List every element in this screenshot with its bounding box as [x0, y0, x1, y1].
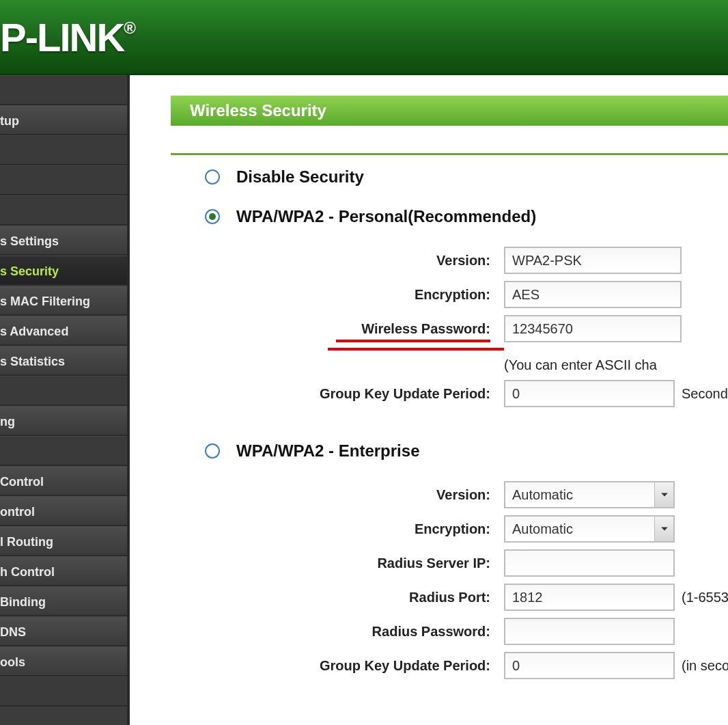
input-gku-enterprise[interactable]: [504, 652, 675, 679]
sidebar-item-label: s Settings: [0, 234, 59, 248]
input-gku-personal[interactable]: [504, 380, 675, 407]
main-content: Wireless Security Disable Security WPA/W…: [130, 75, 728, 725]
sidebar-item[interactable]: s Settings: [0, 225, 127, 256]
label-version: Version:: [202, 253, 504, 269]
sidebar-item[interactable]: s MAC Filtering: [0, 286, 127, 316]
radio-wpa-enterprise[interactable]: [205, 443, 220, 459]
radio-wpa-personal[interactable]: [205, 209, 220, 224]
enterprise-form: Version: Encryption: Radius Server IP: R…: [202, 481, 728, 679]
section-title-disable: Disable Security: [236, 167, 364, 187]
page-title: Wireless Security: [171, 96, 728, 126]
input-radius-server[interactable]: [504, 549, 675, 577]
sidebar-item[interactable]: DNS: [0, 616, 127, 646]
sidebar-item[interactable]: ools: [0, 646, 127, 676]
label-gku-enterprise: Group Key Update Period:: [202, 658, 504, 674]
sidebar-item-label: s Security: [0, 264, 59, 278]
brand-logo: P-LINK®: [0, 14, 135, 60]
sidebar-spacer: [0, 676, 127, 707]
sidebar-spacer: [0, 135, 127, 165]
sidebar-item-label: l Routing: [0, 535, 53, 549]
sidebar-spacer: [0, 376, 127, 406]
label-wireless-password: Wireless Password:: [202, 321, 504, 337]
sidebar-item-label: Binding: [0, 595, 46, 609]
sidebar-item[interactable]: l Routing: [0, 526, 127, 556]
app-header: P-LINK®: [0, 0, 728, 75]
personal-form: Version: Encryption: Wireless Password: …: [202, 247, 728, 407]
input-radius-port[interactable]: [504, 584, 675, 611]
sidebar-item-label: ools: [0, 655, 25, 669]
sidebar-spacer: [0, 436, 127, 466]
section-title-personal: WPA/WPA2 - Personal(Recommended): [236, 207, 536, 226]
section-divider: [171, 153, 728, 155]
label-encryption: Encryption:: [202, 287, 504, 303]
select-ent-version[interactable]: [504, 481, 675, 508]
label-radius-port: Radius Port:: [202, 590, 504, 605]
input-version[interactable]: [504, 247, 682, 274]
sidebar-item-label: ng: [0, 415, 15, 428]
label-ent-version: Version:: [202, 487, 504, 503]
sidebar-item[interactable]: s Advanced: [0, 316, 127, 346]
hint-gku-personal: Seconds: [682, 386, 728, 402]
sidebar-spacer: [0, 195, 127, 225]
sidebar-item-label: s Statistics: [0, 355, 65, 368]
input-wireless-password[interactable]: [504, 315, 682, 342]
label-radius-server: Radius Server IP:: [202, 556, 504, 571]
sidebar-item-label: ontrol: [0, 505, 35, 519]
sidebar-item[interactable]: ontrol: [0, 496, 127, 526]
label-gku-personal: Group Key Update Period:: [202, 386, 504, 402]
sidebar-item-selected[interactable]: s Security: [0, 256, 127, 286]
hint-password: (You can enter ASCII cha: [504, 357, 657, 373]
sidebar-item-label: Control: [0, 475, 44, 489]
hint-gku-enterprise: (in secon: [682, 658, 728, 674]
sidebar-item[interactable]: s Statistics: [0, 346, 127, 376]
sidebar-item[interactable]: Control: [0, 466, 127, 496]
sidebar-item-label: s MAC Filtering: [0, 295, 90, 308]
input-encryption[interactable]: [504, 281, 682, 308]
sidebar-item-label: DNS: [0, 625, 26, 639]
input-radius-password[interactable]: [504, 618, 675, 645]
sidebar-item-label: h Control: [0, 565, 55, 579]
section-title-enterprise: WPA/WPA2 - Enterprise: [236, 441, 419, 461]
sidebar-item[interactable]: ng: [0, 406, 127, 436]
hint-radius-port: (1-65535, 0 st: [682, 590, 728, 605]
sidebar-item[interactable]: h Control: [0, 556, 127, 586]
sidebar-nav: tups Settingss Securitys MAC Filterings …: [0, 75, 130, 725]
sidebar-item[interactable]: tup: [0, 105, 127, 135]
label-ent-encryption: Encryption:: [202, 521, 504, 537]
sidebar-item-label: tup: [0, 114, 19, 128]
sidebar-spacer: [0, 165, 127, 195]
select-ent-encryption[interactable]: [504, 515, 675, 543]
sidebar-spacer: [0, 75, 127, 105]
radio-disable-security[interactable]: [205, 169, 220, 184]
sidebar-item[interactable]: Binding: [0, 586, 127, 616]
label-radius-password: Radius Password:: [202, 624, 504, 640]
sidebar-item-label: s Advanced: [0, 325, 68, 338]
